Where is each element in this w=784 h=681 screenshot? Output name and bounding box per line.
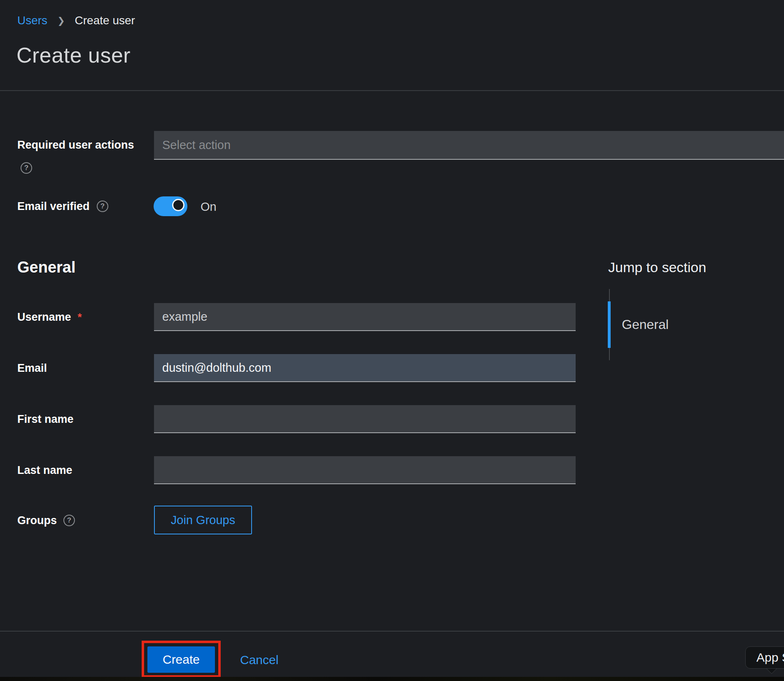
- username-label: Username*: [17, 309, 82, 325]
- email-input[interactable]: [154, 354, 576, 382]
- breadcrumb-users-link[interactable]: Users: [17, 15, 47, 26]
- app-edge-tooltip-text: App S: [756, 651, 784, 665]
- jump-nav-active-indicator: [608, 301, 611, 348]
- email-label: Email: [17, 360, 47, 376]
- email-verified-label: Email verified: [17, 198, 90, 215]
- username-input[interactable]: [154, 303, 576, 331]
- create-button[interactable]: Create: [147, 646, 215, 673]
- email-verified-toggle[interactable]: [154, 196, 187, 216]
- required-user-actions-select[interactable]: Select action: [154, 131, 784, 160]
- last-name-label: Last name: [17, 462, 72, 478]
- required-user-actions-help-icon[interactable]: ?: [21, 162, 32, 174]
- jump-to-section-heading: Jump to section: [608, 259, 706, 275]
- join-groups-button[interactable]: Join Groups: [154, 506, 252, 534]
- email-verified-state-text: On: [201, 200, 217, 214]
- required-marker: *: [78, 311, 82, 323]
- last-name-input[interactable]: [154, 456, 576, 484]
- first-name-input[interactable]: [154, 405, 576, 433]
- cancel-link[interactable]: Cancel: [240, 653, 278, 667]
- footer-divider: [0, 631, 784, 632]
- groups-help-icon[interactable]: ?: [63, 515, 75, 526]
- required-user-actions-label: Required user actions: [17, 137, 134, 153]
- email-verified-help-icon[interactable]: ?: [97, 201, 108, 212]
- jump-nav-item-general[interactable]: General: [622, 317, 669, 332]
- general-section-heading: General: [17, 259, 76, 276]
- chevron-right-icon: ❯: [57, 16, 65, 26]
- app-edge-tooltip: App S: [745, 646, 784, 669]
- create-user-page: Users ❯ Create user Create user Required…: [0, 0, 784, 681]
- toggle-knob: [172, 199, 184, 211]
- username-label-text: Username: [17, 311, 71, 323]
- select-placeholder: Select action: [162, 138, 231, 152]
- breadcrumb-current: Create user: [75, 15, 135, 26]
- page-title: Create user: [16, 43, 131, 68]
- groups-label: Groups: [17, 512, 57, 529]
- breadcrumb: Users ❯ Create user: [17, 15, 135, 26]
- header-divider: [0, 90, 784, 91]
- first-name-label: First name: [17, 411, 74, 427]
- desktop-edge-strip: [0, 677, 784, 681]
